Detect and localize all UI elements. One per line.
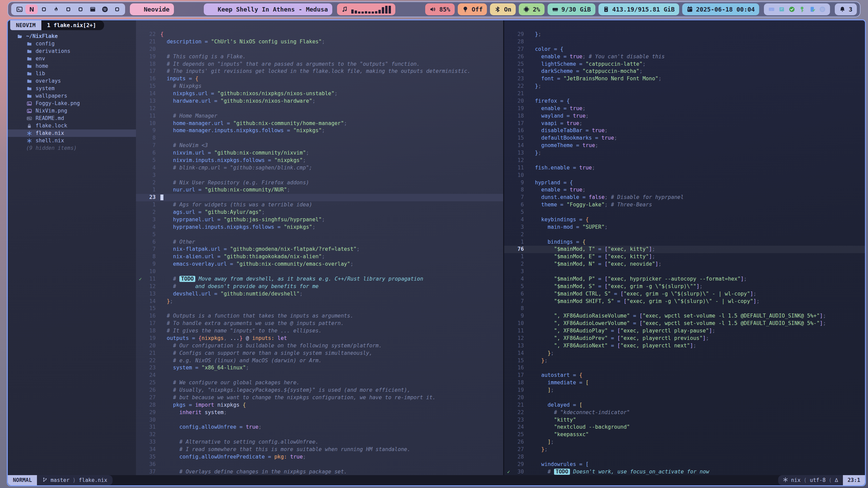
line-number: 6 <box>513 290 529 298</box>
sign-column <box>136 283 145 290</box>
tree-root[interactable]: ~/NixFlake <box>8 33 136 40</box>
editor-pane-left[interactable]: 22{21 description = "ChUrl's NixOS confi… <box>136 20 503 475</box>
line-number: 32 <box>145 431 160 439</box>
tab-buffer[interactable]: 1 flake.nix[2+] <box>41 20 104 30</box>
code-text <box>529 172 865 179</box>
visualizer-bar <box>361 12 364 13</box>
tree-item-flake.lock[interactable]: flake.lock <box>8 122 136 129</box>
tray-phone-check-icon[interactable] <box>809 6 815 13</box>
tree-item-NixVim.png[interactable]: NixVim.png <box>8 107 136 115</box>
tab-neovim[interactable]: NEOVIM <box>10 20 41 30</box>
code-line: 32 <box>136 431 503 439</box>
module-volume[interactable]: 85% <box>425 3 455 15</box>
code-line: ✓30 # TODO Doesn't work, use focus_on_ac… <box>504 468 865 476</box>
code-text <box>529 305 865 312</box>
code-text: vaapi = true; <box>529 120 865 127</box>
tree-item-wallpapers[interactable]: wallpapers <box>8 92 136 100</box>
workspace-switcher <box>11 3 125 15</box>
workspace-9[interactable] <box>111 4 123 14</box>
folder-icon <box>26 63 33 69</box>
code-text: "$mainMod CTRL, S" = ["exec, grim -g \"$… <box>529 290 865 298</box>
code-line: 13 hardware.url = "github:nixos/nixos-ha… <box>136 98 503 105</box>
file-name: flake.nix <box>79 477 107 483</box>
code-line: 24 "nextcloud --background" <box>504 424 865 431</box>
line-number: 4 <box>145 224 160 231</box>
sign-column <box>136 149 145 157</box>
tree-item-overlays[interactable]: overlays <box>8 77 136 85</box>
media-player-widget[interactable]: Keep Shelly In Athens - Medusa <box>204 3 332 15</box>
line-number: 34 <box>145 446 160 453</box>
workspace-2-active[interactable] <box>25 4 38 14</box>
workspace-1[interactable] <box>13 4 25 14</box>
ram-icon <box>552 6 558 13</box>
tray-check-circle-icon[interactable] <box>789 6 795 13</box>
workspace-7[interactable] <box>86 4 99 14</box>
line-number: 13 <box>513 149 529 157</box>
git-branch-icon <box>42 477 47 484</box>
workspace-8[interactable] <box>99 4 111 14</box>
line-number: 28 <box>145 402 160 409</box>
code-text <box>529 364 865 372</box>
markdown-icon <box>26 115 33 122</box>
track-label: Keep Shelly In Athens - Medusa <box>218 6 328 13</box>
code-text: "$mainMod, E" = ["exec, kitty"]; <box>529 253 865 261</box>
code-text <box>160 461 503 468</box>
tree-item-shell.nix[interactable]: shell.nix <box>8 137 136 144</box>
code-line: 12 <box>136 105 503 113</box>
sign-column <box>136 320 145 327</box>
tray-spotify-icon[interactable] <box>819 6 826 13</box>
workspace-5[interactable] <box>62 4 74 14</box>
folder-icon <box>26 78 33 84</box>
sign-column <box>504 164 513 172</box>
nix-icon <box>783 477 788 484</box>
code-text <box>529 157 865 164</box>
module-bluetooth[interactable]: On <box>490 3 516 15</box>
tree-item-config[interactable]: config <box>8 40 136 47</box>
editor-pane-right[interactable]: 29 };2827 color = {26 enable = true; # Y… <box>504 20 865 475</box>
line-number: 28 <box>513 453 529 461</box>
module-disk[interactable]: 413.19/915.81 GiB <box>598 3 679 15</box>
tree-item-system[interactable]: system <box>8 85 136 92</box>
code-line: 4 # blink-cmp.url = "github:saghen/blink… <box>136 164 503 172</box>
line-number: 18 <box>513 379 529 387</box>
sign-column <box>504 216 513 224</box>
folder-icon <box>26 70 33 77</box>
sign-column <box>136 186 145 194</box>
code-text <box>160 416 503 424</box>
code-text: ]; <box>529 439 865 446</box>
tray-clipboard-icon[interactable] <box>778 6 785 13</box>
system-tray[interactable] <box>764 3 830 15</box>
code-text: # This config is a Flake. <box>160 53 503 61</box>
workspace-4[interactable] <box>50 4 62 14</box>
code-text: font = "JetBrainsMono Nerd Font Mono"; <box>529 75 865 83</box>
line-number: 9 <box>513 179 529 187</box>
spotify-icon <box>102 6 108 13</box>
tree-item-flake.nix[interactable]: flake.nix <box>8 129 136 137</box>
tree-item-Foggy-Lake.png[interactable]: Foggy-Lake.png <box>8 100 136 107</box>
git-branch-segment: master ) flake.nix <box>37 475 113 485</box>
tree-item-lib[interactable]: lib <box>8 70 136 77</box>
sign-column <box>504 327 513 335</box>
tree-item-env[interactable]: env <box>8 55 136 62</box>
code-text: windowrules = [ <box>529 461 865 468</box>
tray-key-icon[interactable] <box>799 6 805 13</box>
module-clock[interactable]: 2025-06-18 00:04 <box>682 3 759 15</box>
tree-item-home[interactable]: home <box>8 62 136 70</box>
notifications-widget[interactable]: 3 <box>835 3 857 15</box>
code-line: 16 disableTabBar = true; <box>504 127 865 135</box>
code-text: description = "ChUrl's NixOS config usin… <box>160 38 503 46</box>
workspace-3[interactable] <box>38 4 50 14</box>
tree-item-README.md[interactable]: README.md <box>8 115 136 122</box>
tray-keyboard-icon[interactable] <box>768 6 775 13</box>
module-memory[interactable]: 9/30 GiB <box>548 3 595 15</box>
tree-item-label: NixVim.png <box>36 108 67 114</box>
workspace-6[interactable] <box>74 4 86 14</box>
line-number: 9 <box>513 312 529 320</box>
line-number: 17 <box>145 68 160 75</box>
sign-column <box>504 239 513 246</box>
module-cpu[interactable]: 2% <box>519 3 545 15</box>
line-number: 15 <box>513 135 529 142</box>
code-line: 30 <box>136 416 503 424</box>
tree-item-derivations[interactable]: derivations <box>8 47 136 55</box>
module-idle-inhibitor[interactable]: Off <box>458 3 487 15</box>
